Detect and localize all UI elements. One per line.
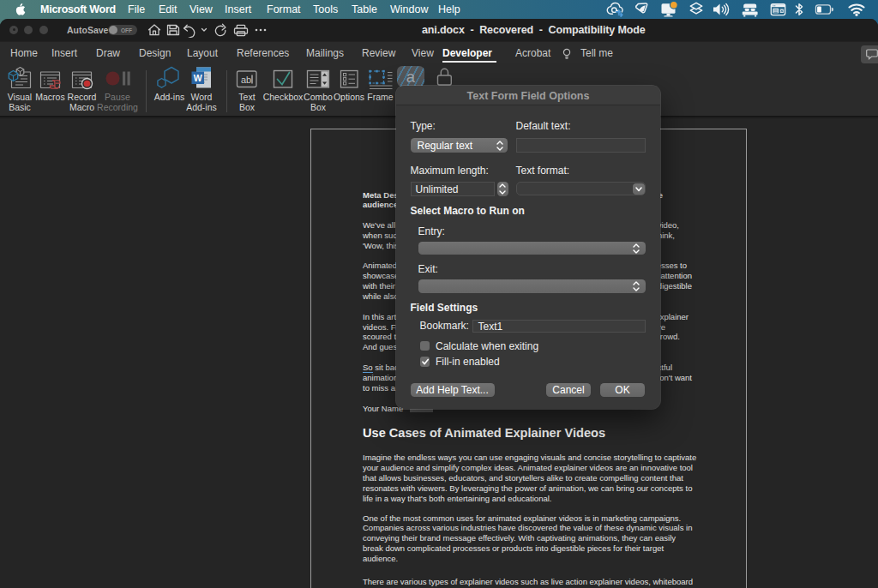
svg-text:ab: ab — [241, 75, 251, 85]
svg-text:W: W — [194, 73, 202, 83]
